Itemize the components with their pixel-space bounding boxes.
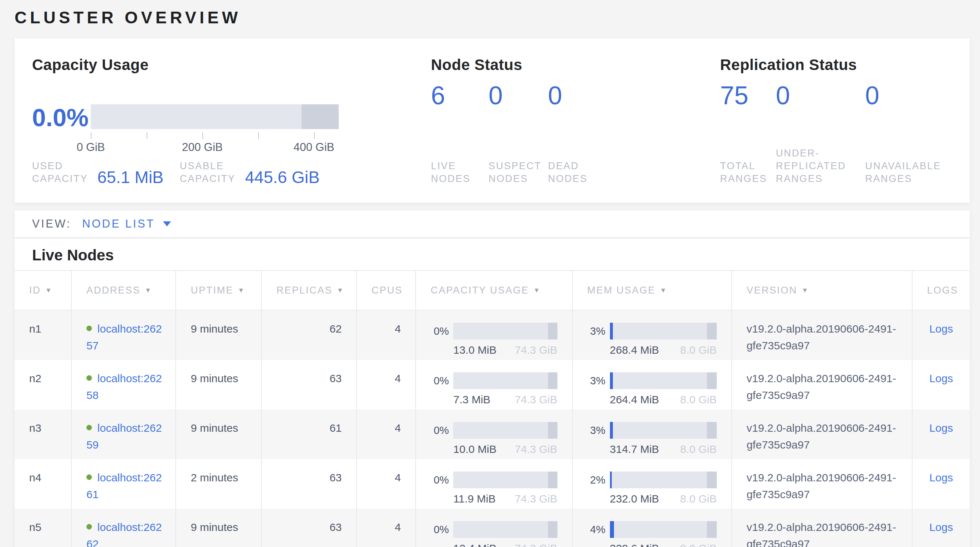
- node-address-link[interactable]: localhost:26259: [86, 422, 162, 451]
- bar-tail: [707, 472, 716, 488]
- suspect-nodes-stat: 0 SUSPECT NODES: [488, 81, 548, 185]
- column-header-replicas[interactable]: REPLICAS▼: [261, 270, 356, 310]
- sort-arrow-icon: ▼: [533, 287, 541, 294]
- bar-tail: [548, 422, 557, 439]
- mem-used-value: 314.7 MiB: [610, 441, 659, 458]
- logs-link[interactable]: Logs: [929, 521, 953, 533]
- column-header-id[interactable]: ID▼: [14, 270, 72, 310]
- view-selected-value: NODE LIST: [82, 217, 155, 231]
- node-id-cell: n4: [14, 459, 72, 509]
- version-cell: v19.2.0-alpha.20190606-2491-gfe735c9a97: [732, 459, 912, 509]
- bar-fill: [610, 521, 614, 538]
- node-id-cell: n3: [14, 410, 72, 459]
- node-address-link[interactable]: localhost:26258: [86, 372, 162, 401]
- mem-total-value: 8.0 GiB: [680, 540, 717, 547]
- node-address-cell: localhost:26259: [72, 410, 176, 459]
- stat-value: 6: [431, 81, 488, 110]
- stat-label: SUSPECT NODES: [488, 160, 548, 185]
- capacity-total-value: 74.3 GiB: [515, 342, 557, 358]
- uptime-cell: 9 minutes: [176, 360, 261, 410]
- usable-capacity-stat: USABLE CAPACITY 445.6 GiB: [180, 160, 320, 185]
- node-row: n2 localhost:26258 9 minutes 63 4 0% 7.3…: [14, 360, 970, 410]
- cluster-summary-card: Capacity Usage 0.0% 0 GiB200 GiB400 GiB …: [14, 38, 970, 203]
- view-label: VIEW:: [32, 217, 71, 231]
- stat-value: 0: [548, 81, 620, 110]
- capacity-bar: [453, 323, 557, 340]
- bar-fill: [610, 422, 613, 439]
- stat-label: USED CAPACITY: [32, 160, 96, 185]
- capacity-used-value: 10.0 MiB: [453, 441, 496, 458]
- capacity-used-value: 12.4 MiB: [453, 540, 496, 547]
- bar-tail: [707, 372, 716, 389]
- under-replicated-ranges-stat: 0 UNDER-REPLICATED RANGES: [776, 81, 865, 185]
- logs-link[interactable]: Logs: [929, 422, 953, 434]
- mem-used-value: 264.4 MiB: [610, 391, 659, 408]
- column-label: CAPACITY USAGE: [431, 285, 529, 296]
- node-live-status-icon: [86, 524, 92, 530]
- axis-tick: [314, 132, 315, 139]
- logs-link[interactable]: Logs: [929, 372, 953, 384]
- capacity-total-value: 74.3 GiB: [515, 540, 557, 547]
- mem-used-value: 268.4 MiB: [610, 342, 659, 358]
- stat-value: 75: [720, 81, 776, 110]
- column-header-version[interactable]: VERSION▼: [732, 270, 912, 310]
- logs-cell: Logs: [912, 360, 970, 410]
- bar-tail: [548, 323, 557, 340]
- column-header-capacity-usage[interactable]: CAPACITY USAGE▼: [415, 270, 572, 310]
- node-address-cell: localhost:26262: [72, 509, 176, 547]
- logs-cell: Logs: [912, 459, 970, 509]
- cpus-cell: 4: [356, 410, 415, 459]
- version-cell: v19.2.0-alpha.20190606-2491-gfe735c9a97: [732, 360, 912, 410]
- view-selector[interactable]: NODE LIST: [82, 217, 171, 231]
- node-status-title: Node Status: [431, 56, 628, 74]
- capacity-total-value: 74.3 GiB: [515, 490, 557, 507]
- mem-total-value: 8.0 GiB: [680, 441, 717, 458]
- node-live-status-icon: [86, 326, 92, 331]
- axis-tick: [146, 132, 147, 139]
- capacity-usage-title: Capacity Usage: [32, 56, 339, 74]
- node-status-section: Node Status 6 LIVE NODES 0 SUSPECT NODES…: [431, 56, 628, 185]
- column-header-mem-usage[interactable]: MEM USAGE▼: [573, 270, 732, 310]
- bar-tail: [548, 372, 557, 389]
- dead-nodes-stat: 0 DEAD NODES: [548, 81, 620, 185]
- uptime-cell: 9 minutes: [176, 509, 261, 547]
- axis-tick: [202, 132, 203, 139]
- mem-percent: 3%: [587, 422, 610, 439]
- uptime-cell: 9 minutes: [176, 310, 261, 360]
- column-header-cpus: CPUS: [356, 270, 415, 310]
- node-address-link[interactable]: localhost:26262: [86, 521, 162, 547]
- column-label: UPTIME: [191, 285, 233, 296]
- capacity-percent: 0%: [431, 422, 453, 439]
- view-bar: VIEW: NODE LIST: [14, 210, 970, 237]
- version-cell: v19.2.0-alpha.20190606-2491-gfe735c9a97: [732, 310, 912, 360]
- node-address-link[interactable]: localhost:26261: [86, 472, 162, 500]
- capacity-used-value: 11.9 MiB: [453, 490, 495, 507]
- uptime-cell: 2 minutes: [176, 459, 261, 509]
- node-table-header-row: ID▼ADDRESS▼UPTIME▼REPLICAS▼CPUSCAPACITY …: [14, 270, 970, 310]
- axis-tick-label: 200 GiB: [182, 141, 223, 154]
- capacity-percent: 0%: [431, 521, 453, 538]
- column-header-uptime[interactable]: UPTIME▼: [176, 270, 261, 310]
- capacity-bar: [453, 422, 557, 439]
- bar-tail: [302, 104, 339, 129]
- capacity-used-value: 7.3 MiB: [453, 391, 490, 408]
- logs-link[interactable]: Logs: [929, 472, 953, 483]
- cpus-cell: 4: [356, 310, 415, 360]
- uptime-cell: 9 minutes: [176, 410, 261, 459]
- logs-cell: Logs: [912, 410, 970, 459]
- logs-link[interactable]: Logs: [929, 323, 953, 335]
- sort-arrow-icon: ▼: [238, 287, 245, 294]
- bar-tail: [707, 521, 716, 538]
- cluster-overview-page: CLUSTER OVERVIEW Capacity Usage 0.0% 0 G…: [0, 0, 980, 547]
- column-label: VERSION: [747, 285, 797, 296]
- mem-percent: 3%: [587, 323, 610, 340]
- bar-fill: [610, 372, 613, 389]
- node-table: ID▼ADDRESS▼UPTIME▼REPLICAS▼CPUSCAPACITY …: [14, 270, 970, 547]
- capacity-axis-ticks: [91, 132, 339, 140]
- capacity-total-value: 74.3 GiB: [515, 391, 557, 408]
- capacity-usage-chart: 0.0% 0 GiB200 GiB400 GiB: [32, 104, 339, 154]
- version-cell: v19.2.0-alpha.20190606-2491-gfe735c9a97: [732, 410, 912, 459]
- node-address-link[interactable]: localhost:26257: [86, 323, 162, 351]
- column-header-address[interactable]: ADDRESS▼: [72, 270, 176, 310]
- logs-cell: Logs: [912, 310, 970, 360]
